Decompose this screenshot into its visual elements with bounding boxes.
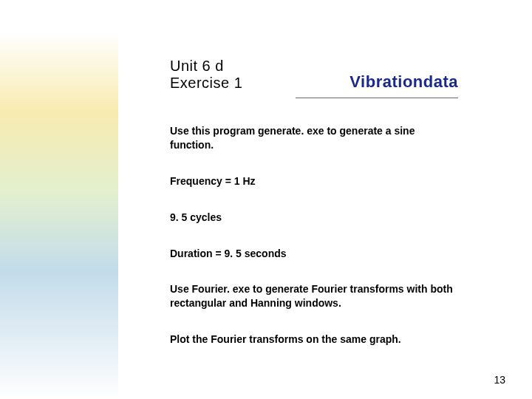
body-paragraph-5: Use Fourier. exe to generate Fourier tra… [170,282,458,310]
body-paragraph-3: 9. 5 cycles [170,211,458,225]
page-number: 13 [494,374,505,386]
slide-header: Unit 6 d Exercise 1 Vibrationdata [170,58,458,92]
body-paragraph-1: Use this program generate. exe to genera… [170,124,458,152]
title-line-1: Unit 6 d [170,58,242,75]
body-paragraph-6: Plot the Fourier transforms on the same … [170,332,458,347]
brand-label: Vibrationdata [349,72,458,92]
title-line-2: Exercise 1 [170,75,242,92]
header-divider [296,98,458,98]
slide-content: Unit 6 d Exercise 1 Vibrationdata Use th… [0,0,532,399]
title-block: Unit 6 d Exercise 1 [170,58,242,92]
body-paragraph-2: Frequency = 1 Hz [170,174,458,188]
body-paragraph-4: Duration = 9. 5 seconds [170,247,458,261]
slide-body: Use this program generate. exe to genera… [170,124,458,369]
